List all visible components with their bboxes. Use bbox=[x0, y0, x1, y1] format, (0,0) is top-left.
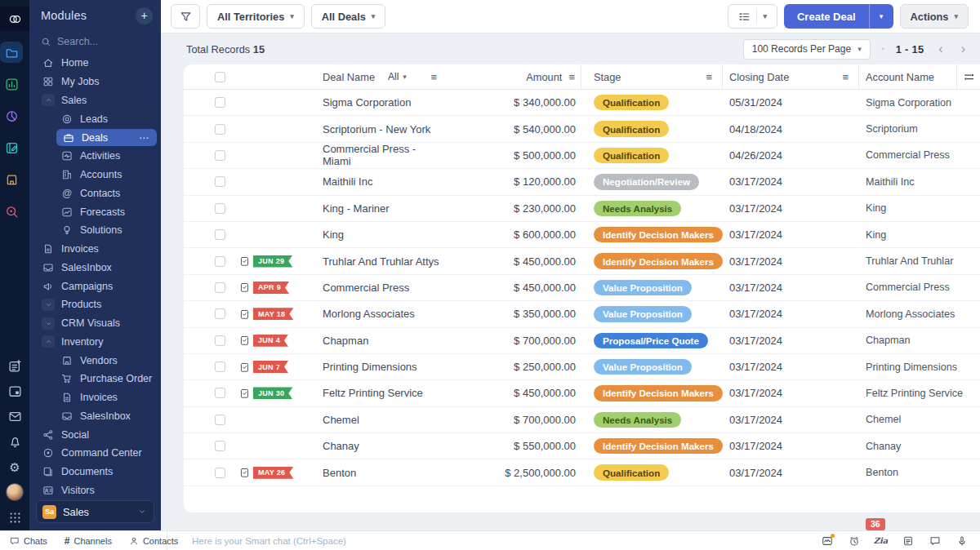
sidebar-item-salesinbox[interactable]: SalesInbox bbox=[29, 259, 161, 277]
row-checkbox[interactable] bbox=[215, 415, 225, 425]
amount-column-header[interactable]: Amount bbox=[526, 71, 562, 83]
list-view-selector[interactable]: ▾ bbox=[728, 4, 777, 29]
channels-button[interactable]: # Channels bbox=[65, 536, 112, 546]
column-menu-icon[interactable]: ≡ bbox=[842, 71, 849, 83]
row-checkbox[interactable] bbox=[215, 468, 225, 478]
actions-dropdown[interactable]: Actions ▾ bbox=[900, 4, 969, 29]
prev-page-button[interactable]: ‹ bbox=[935, 42, 946, 56]
row-checkbox[interactable] bbox=[215, 203, 225, 214]
panel-rail-button[interactable] bbox=[3, 383, 26, 399]
sidebar-item-crm-visuals[interactable]: CRM Visuals bbox=[29, 314, 161, 333]
reports-rail-button[interactable] bbox=[0, 105, 23, 126]
voice-assistant-button[interactable] bbox=[948, 535, 975, 547]
workspace-selector[interactable]: Sa Sales bbox=[36, 500, 154, 523]
deal-row-truhlar-and-truhlar-attys[interactable]: JUN 29 Truhlar And Truhlar Attys $ 450,0… bbox=[184, 248, 980, 274]
sidebar-item-invoices[interactable]: Invoices bbox=[29, 388, 161, 407]
chats-button[interactable]: Chats bbox=[10, 536, 47, 546]
deal-row-sigma-corporation[interactable]: Sigma Corporation $ 340,000.00 Qualifica… bbox=[184, 90, 980, 116]
row-checkbox[interactable] bbox=[215, 308, 225, 319]
account-name-link[interactable]: Benton bbox=[859, 459, 980, 485]
add-module-button[interactable]: + bbox=[136, 7, 153, 24]
account-name-column-header[interactable]: Account Name bbox=[866, 71, 934, 83]
sidebar-item-forecasts[interactable]: Forecasts bbox=[29, 202, 161, 221]
deal-name-link[interactable]: Commercial Press - Miami bbox=[313, 143, 445, 168]
create-deal-dropdown[interactable]: ▾ bbox=[869, 4, 893, 29]
sidebar-item-contacts[interactable]: @ Contacts bbox=[29, 184, 161, 203]
analytics-rail-button[interactable] bbox=[0, 73, 23, 95]
row-checkbox[interactable] bbox=[215, 335, 225, 346]
sidebar-item-sales[interactable]: Sales bbox=[29, 91, 161, 110]
row-checkbox[interactable] bbox=[215, 282, 225, 293]
smart-chat-input[interactable]: Here is your Smart chat (Ctrl+Space) bbox=[167, 536, 813, 546]
sidebar-item-invoices[interactable]: Invoices bbox=[29, 240, 161, 259]
territory-filter-dropdown[interactable]: All Territories ▾ bbox=[207, 4, 305, 29]
sidebar-item-visitors[interactable]: Visitors bbox=[29, 481, 161, 497]
row-checkbox[interactable] bbox=[215, 176, 225, 187]
column-menu-icon[interactable]: ≡ bbox=[430, 71, 437, 83]
deal-name-link[interactable]: King bbox=[313, 222, 445, 247]
row-checkbox[interactable] bbox=[215, 229, 225, 240]
deal-name-link[interactable]: Morlong Associates bbox=[313, 301, 445, 326]
chat-button[interactable] bbox=[921, 535, 948, 547]
account-name-link[interactable]: King bbox=[859, 196, 980, 221]
sidebar-item-purchase-order[interactable]: Purchase Order bbox=[29, 370, 161, 388]
deal-row-chanay[interactable]: Chanay $ 550,000.00 Identify Decision Ma… bbox=[184, 433, 980, 459]
row-checkbox[interactable] bbox=[215, 256, 225, 267]
deal-name-link[interactable]: Commercial Press bbox=[313, 275, 445, 300]
filter-button[interactable] bbox=[171, 4, 200, 29]
deal-row-king-mariner[interactable]: King - Mariner $ 230,000.00 Needs Analys… bbox=[184, 196, 980, 222]
records-per-page-dropdown[interactable]: 100 Records Per Page ▾ bbox=[743, 39, 871, 60]
deal-row-maithili-inc[interactable]: Maithili Inc $ 120,000.00 Negotiation/Re… bbox=[184, 169, 980, 195]
next-page-button[interactable]: › bbox=[958, 42, 969, 56]
compose-rail-button[interactable] bbox=[3, 357, 26, 374]
deal-row-benton[interactable]: MAY 26 Benton $ 2,500,000.00 Qualificati… bbox=[184, 459, 980, 486]
account-name-link[interactable]: Maithili Inc bbox=[859, 169, 980, 194]
deal-name-link[interactable]: Chanay bbox=[313, 433, 445, 459]
deal-row-commercial-press[interactable]: APR 9 Commercial Press $ 450,000.00 Valu… bbox=[184, 275, 980, 301]
deal-name-link[interactable]: King - Mariner bbox=[313, 196, 445, 221]
account-name-link[interactable]: Chapman bbox=[859, 328, 980, 353]
deal-name-link[interactable]: Chemel bbox=[313, 407, 445, 432]
select-all-checkbox[interactable] bbox=[215, 72, 225, 82]
deal-name-link[interactable]: Feltz Printing Service bbox=[313, 380, 445, 406]
notes-button[interactable] bbox=[894, 535, 921, 547]
row-checkbox[interactable] bbox=[215, 124, 225, 135]
account-name-link[interactable]: Sigma Corporation bbox=[859, 90, 980, 115]
stage-column-header[interactable]: Stage bbox=[594, 71, 621, 83]
module-search-input[interactable]: Search... bbox=[29, 31, 161, 52]
account-name-link[interactable]: Commercial Press bbox=[859, 143, 980, 168]
zia-assistant-button[interactable]: Zia bbox=[867, 536, 894, 545]
settings-rail-button[interactable]: ⚙ bbox=[3, 459, 26, 475]
sidebar-item-solutions[interactable]: Solutions bbox=[29, 221, 161, 240]
column-menu-icon[interactable]: ≡ bbox=[706, 71, 712, 83]
row-checkbox[interactable] bbox=[215, 388, 225, 398]
deal-name-link[interactable]: Benton bbox=[313, 459, 445, 485]
sidebar-item-campaigns[interactable]: Campaigns bbox=[29, 277, 161, 295]
row-checkbox[interactable] bbox=[215, 361, 225, 372]
row-checkbox[interactable] bbox=[215, 150, 225, 161]
account-name-link[interactable]: Chemel bbox=[859, 407, 980, 432]
sidebar-item-salesinbox[interactable]: SalesInbox bbox=[29, 407, 161, 426]
deal-name-link[interactable]: Sigma Corporation bbox=[313, 90, 445, 115]
zia-search-rail-button[interactable] bbox=[0, 201, 23, 222]
account-name-link[interactable]: Commercial Press bbox=[859, 275, 980, 300]
deal-name-filter-dropdown[interactable]: All ▾ bbox=[388, 71, 407, 82]
deal-name-link[interactable]: Scriptorium - New York bbox=[313, 116, 445, 141]
deal-row-king[interactable]: King $ 600,000.00 Identify Decision Make… bbox=[184, 222, 980, 248]
notebook-rail-button[interactable] bbox=[0, 137, 23, 158]
deal-row-morlong-associates[interactable]: MAY 18 Morlong Associates $ 350,000.00 V… bbox=[184, 301, 980, 327]
activity-log-button[interactable] bbox=[813, 535, 840, 547]
deal-name-column-header[interactable]: Deal Name bbox=[323, 71, 375, 83]
deal-row-chemel[interactable]: Chemel $ 700,000.00 Needs Analysis 03/17… bbox=[184, 407, 980, 433]
sidebar-item-documents[interactable]: Documents bbox=[29, 463, 161, 481]
sidebar-item-products[interactable]: Products bbox=[29, 295, 161, 314]
sidebar-item-inventory[interactable]: Inventory bbox=[29, 333, 161, 352]
deal-name-link[interactable]: Chapman bbox=[313, 328, 445, 353]
zoho-logo[interactable] bbox=[0, 7, 29, 31]
sidebar-item-social[interactable]: Social bbox=[29, 425, 161, 444]
sidebar-item-activities[interactable]: Activities bbox=[29, 147, 161, 166]
deal-name-link[interactable]: Maithili Inc bbox=[313, 169, 445, 194]
deal-name-link[interactable]: Truhlar And Truhlar Attys bbox=[313, 248, 445, 273]
sidebar-item-command-center[interactable]: Command Center bbox=[29, 444, 161, 463]
marketplace-rail-button[interactable] bbox=[0, 169, 23, 190]
